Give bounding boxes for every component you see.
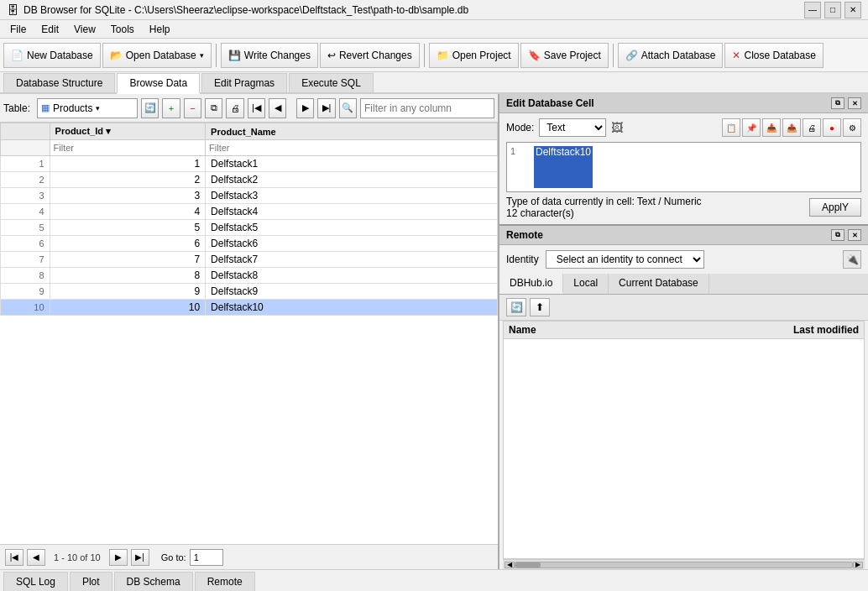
maximize-button[interactable]: □ [824,2,841,18]
cell-product-name[interactable]: Delfstack10 [206,300,498,316]
filter-input[interactable] [360,98,494,118]
table-row[interactable]: 2 2 Delfstack2 [1,172,498,188]
identity-select[interactable]: Select an identity to connect [546,250,704,269]
write-changes-button[interactable]: 💾 Write Changes [221,43,318,68]
cell-product-name[interactable]: Delfstack7 [206,252,498,268]
prev-page-button[interactable]: ◀ [27,549,45,566]
filter-name-cell [206,140,498,156]
nav-last-button[interactable]: ▶| [317,98,335,118]
tab-sql-log[interactable]: SQL Log [3,572,68,591]
cell-product-id[interactable]: 4 [50,204,206,220]
cell-product-name[interactable]: Delfstack6 [206,236,498,252]
cell-copy-button[interactable]: 📋 [722,118,740,137]
cell-product-id[interactable]: 1 [50,156,206,172]
tab-execute-sql[interactable]: Execute SQL [289,73,374,92]
scroll-track[interactable] [515,562,853,568]
open-project-button[interactable]: 📁 Open Project [429,43,519,68]
remote-tab-local[interactable]: Local [563,274,609,294]
first-page-button[interactable]: |◀ [5,549,24,566]
cell-editor[interactable]: 1 Delftstack10 [506,142,861,192]
remote-float-button[interactable]: ⧉ [831,229,844,241]
table-row[interactable]: 8 8 Delfstack8 [1,268,498,284]
tab-edit-pragmas[interactable]: Edit Pragmas [201,73,287,92]
cell-paste-button[interactable]: 📌 [742,118,761,137]
nav-first-button[interactable]: |◀ [248,98,265,118]
cell-product-name[interactable]: Delfstack8 [206,268,498,284]
table-row[interactable]: 3 3 Delfstack3 [1,188,498,204]
delete-record-button[interactable]: − [184,98,201,118]
remote-refresh-button[interactable]: 🔄 [506,298,526,316]
col-productid-header[interactable]: Product_Id ▾ [50,123,206,140]
new-database-button[interactable]: 📄 New Database [3,43,101,68]
tab-remote[interactable]: Remote [195,572,255,591]
cell-product-name[interactable]: Delfstack4 [206,204,498,220]
attach-database-button[interactable]: 🔗 Attach Database [618,43,724,68]
nav-next-button[interactable]: ▶ [296,98,314,118]
edit-cell-close-button[interactable]: ✕ [848,97,861,109]
close-button[interactable]: ✕ [844,2,861,18]
cell-product-name[interactable]: Delfstack5 [206,220,498,236]
open-database-button[interactable]: 📂 Open Database ▾ [102,43,212,68]
menu-view[interactable]: View [67,22,102,37]
remote-close-button[interactable]: ✕ [848,229,861,241]
remote-tab-dbhub[interactable]: DBHub.io [499,274,563,294]
goto-input[interactable] [190,549,223,566]
scroll-right-button[interactable]: ▶ [853,562,863,568]
cell-product-id[interactable]: 9 [50,284,206,300]
table-row[interactable]: 1 1 Delfstack1 [1,156,498,172]
tab-plot[interactable]: Plot [70,572,112,591]
edit-cell-float-button[interactable]: ⧉ [831,97,844,109]
table-row[interactable]: 10 10 Delfstack10 [1,300,498,316]
table-row[interactable]: 5 5 Delfstack5 [1,220,498,236]
tab-database-structure[interactable]: Database Structure [3,73,115,92]
last-page-button[interactable]: ▶| [131,549,149,566]
close-database-button[interactable]: ✕ Close Database [724,43,823,68]
print-button[interactable]: 🖨 [226,98,243,118]
tab-browse-data[interactable]: Browse Data [117,73,200,94]
filter-name-input[interactable] [206,140,497,155]
mode-select[interactable]: Text Binary Null [539,118,606,137]
menu-file[interactable]: File [3,22,33,37]
remote-tab-current-db[interactable]: Current Database [609,274,709,294]
cell-product-id[interactable]: 7 [50,252,206,268]
next-page-button[interactable]: ▶ [109,549,128,566]
cell-product-name[interactable]: Delfstack1 [206,156,498,172]
menu-tools[interactable]: Tools [104,22,141,37]
cell-product-id[interactable]: 8 [50,268,206,284]
table-row[interactable]: 4 4 Delfstack4 [1,204,498,220]
cell-product-id[interactable]: 2 [50,172,206,188]
table-selector[interactable]: ▦ Products ▾ [37,98,138,118]
cell-product-name[interactable]: Delfstack2 [206,172,498,188]
refresh-button[interactable]: 🔄 [141,98,159,118]
scroll-left-button[interactable]: ◀ [505,562,515,568]
cell-import-button[interactable]: 📥 [762,118,781,137]
apply-button[interactable]: ApplY [809,198,861,217]
menu-edit[interactable]: Edit [34,22,65,37]
duplicate-button[interactable]: ⧉ [205,98,222,118]
cell-product-name[interactable]: Delfstack3 [206,188,498,204]
cell-product-name[interactable]: Delfstack9 [206,284,498,300]
table-row[interactable]: 9 9 Delfstack9 [1,284,498,300]
cell-product-id[interactable]: 3 [50,188,206,204]
nav-prev-button[interactable]: ◀ [269,98,286,118]
connect-button[interactable]: 🔌 [843,250,861,269]
cell-product-id[interactable]: 6 [50,236,206,252]
revert-changes-button[interactable]: ↩ Revert Changes [320,43,420,68]
cell-product-id[interactable]: 5 [50,220,206,236]
minimize-button[interactable]: — [804,2,821,18]
find-button[interactable]: 🔍 [339,98,357,118]
cell-print-button[interactable]: 🖨 [803,118,821,137]
cell-extra-button[interactable]: ⚙ [843,118,861,137]
add-record-button[interactable]: + [162,98,180,118]
remote-upload-button[interactable]: ⬆ [530,298,550,316]
cell-export-button[interactable]: 📤 [782,118,801,137]
tab-db-schema[interactable]: DB Schema [114,572,193,591]
menu-help[interactable]: Help [143,22,177,37]
filter-id-input[interactable] [50,140,206,155]
save-project-button[interactable]: 🔖 Save Project [520,43,609,68]
table-row[interactable]: 6 6 Delfstack6 [1,236,498,252]
cell-clear-button[interactable]: ● [823,118,841,137]
cell-product-id[interactable]: 10 [50,300,206,316]
table-row[interactable]: 7 7 Delfstack7 [1,252,498,268]
col-productname-header[interactable]: Product_Name [206,123,498,140]
